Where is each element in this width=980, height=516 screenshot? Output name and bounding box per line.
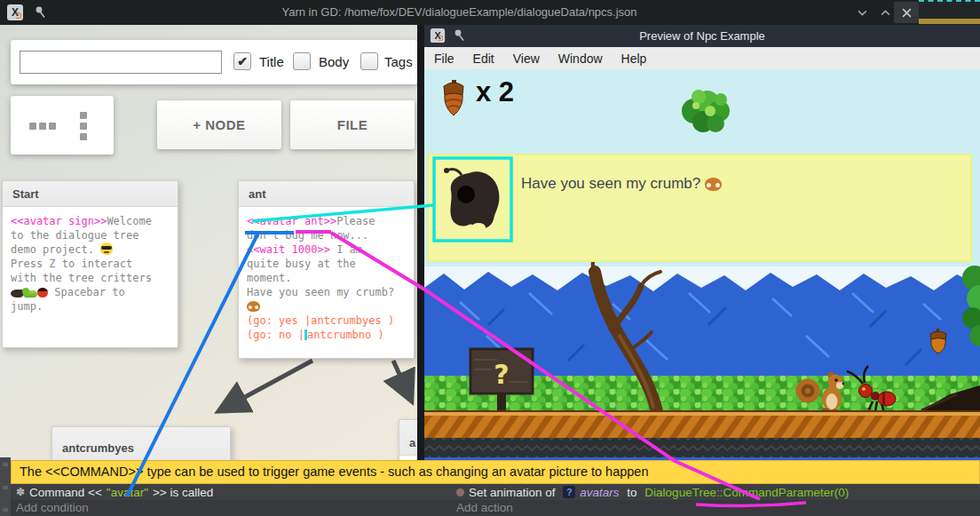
action-expression: DialogueTree::CommandParameter(0) bbox=[644, 486, 849, 499]
action-text: to bbox=[624, 486, 641, 499]
close-button[interactable] bbox=[894, 2, 919, 23]
rock-band bbox=[424, 438, 980, 457]
layout-toggle-card[interactable] bbox=[11, 96, 114, 155]
add-action[interactable]: Add action bbox=[451, 500, 980, 516]
add-node-button[interactable]: + NODE bbox=[157, 100, 281, 149]
ant-emoji bbox=[11, 290, 23, 298]
goto-option-no: (go: no | bbox=[247, 329, 304, 341]
dialogue-box: Have you seen my crumb? bbox=[427, 154, 972, 262]
condition-text: >> is called bbox=[153, 486, 213, 499]
node-text: Press Z to interact with the tree critte… bbox=[11, 258, 152, 284]
hud-acorn-icon bbox=[441, 80, 466, 117]
dialogue-text: Have you seen my crumb? bbox=[521, 175, 722, 193]
caterpillar-emoji bbox=[23, 290, 37, 298]
checkbox-tags-label: Tags bbox=[384, 54, 413, 69]
bush-sprite bbox=[676, 84, 735, 136]
goto-option-yes: (go: yes |antcrumbyes ) bbox=[247, 314, 394, 327]
search-input[interactable] bbox=[20, 51, 222, 74]
missing-object-icon: ? bbox=[563, 486, 575, 498]
action-row[interactable]: Set animation of ?avatars to DialogueTre… bbox=[451, 484, 980, 500]
node-antcrumbno-title[interactable]: a bbox=[399, 420, 417, 456]
node-start[interactable]: Start <<avatar sign>>Welcome to the dial… bbox=[2, 180, 178, 348]
checkbox-body[interactable] bbox=[293, 52, 311, 70]
menu-window[interactable]: Window bbox=[558, 52, 603, 66]
preview-title: Preview of Npc Example bbox=[424, 25, 980, 47]
menu-help[interactable]: Help bbox=[621, 52, 647, 66]
action-text: Set animation of bbox=[469, 486, 558, 499]
yarn-editor-canvas[interactable]: Title Body Tags + NODE FILE bbox=[0, 25, 417, 516]
yarn-command: <<avatar sign>> bbox=[11, 215, 107, 227]
main-window-titlebar: Yarn in GD: /home/fox/DEV/dialogueExampl… bbox=[0, 0, 980, 25]
checkbox-body-label: Body bbox=[319, 54, 349, 69]
arrow-ant-to-antcrumbno bbox=[393, 361, 410, 398]
action-object: avatars bbox=[580, 486, 619, 499]
yarn-command: <<avatar ant>> bbox=[247, 215, 336, 227]
ladybug-emoji bbox=[37, 288, 48, 298]
ground-dirt bbox=[424, 416, 980, 438]
node-start-body[interactable]: <<avatar sign>>Welcome to the dialogue t… bbox=[3, 207, 178, 321]
condition-text: Command << bbox=[29, 486, 102, 499]
node-ant-title[interactable]: ant bbox=[239, 181, 414, 207]
ground-edge bbox=[424, 410, 980, 412]
menu-view[interactable]: View bbox=[513, 52, 540, 66]
action-panel: Set animation of ?avatars to DialogueTre… bbox=[451, 484, 980, 516]
condition-icon: ✽ bbox=[16, 486, 25, 498]
condition-panel: ✽Command <<"avatar">> is called Add cond… bbox=[11, 484, 451, 516]
checkbox-tags[interactable] bbox=[360, 52, 378, 70]
preview-titlebar: Preview of Npc Example bbox=[424, 25, 980, 47]
condition-row[interactable]: ✽Command <<"avatar">> is called bbox=[11, 484, 451, 500]
node-ant-body[interactable]: <<avatar ant>>Please don't bug me now...… bbox=[239, 207, 414, 349]
game-viewport[interactable]: ? bbox=[424, 69, 980, 516]
ant-avatar bbox=[442, 164, 506, 235]
sunglasses-face-emoji bbox=[100, 242, 113, 255]
node-ant[interactable]: ant <<avatar ant>>Please don't bug me no… bbox=[238, 180, 415, 359]
background-window-sliver bbox=[919, 0, 980, 25]
menu-file[interactable]: File bbox=[434, 52, 454, 66]
maximize-button[interactable] bbox=[875, 2, 895, 23]
menu-edit[interactable]: Edit bbox=[473, 52, 494, 66]
file-button[interactable]: FILE bbox=[290, 100, 415, 149]
checkbox-title[interactable] bbox=[233, 52, 251, 70]
search-panel: Title Body Tags bbox=[11, 40, 417, 84]
preview-window: Preview of Npc Example File Edit View Wi… bbox=[417, 25, 980, 516]
add-condition[interactable]: Add condition bbox=[11, 500, 451, 516]
sign-question-mark: ? bbox=[494, 359, 509, 390]
arrow-ant-to-antcrumbyes bbox=[222, 361, 312, 409]
goto-option-no-target: antcrumbno ) bbox=[307, 329, 384, 341]
node-start-title[interactable]: Start bbox=[3, 181, 178, 207]
minimize-button[interactable] bbox=[852, 2, 872, 23]
pretzel-emoji bbox=[247, 301, 260, 312]
events-sheet-gutter bbox=[0, 457, 11, 516]
hud-item-count: x 2 bbox=[476, 76, 514, 108]
ground-highlight bbox=[424, 412, 980, 416]
yarn-command: <<wait 1000>> bbox=[247, 243, 330, 256]
screen: Yarn in GD: /home/fox/DEV/dialogueExampl… bbox=[0, 0, 980, 516]
window-title: Yarn in GD: /home/fox/DEV/dialogueExampl… bbox=[0, 0, 919, 25]
checkbox-title-label: Title bbox=[259, 54, 284, 69]
tip-banner: The <<COMMAND>> type can be used to trig… bbox=[11, 460, 980, 484]
dialogue-line: Have you seen my crumb? bbox=[521, 175, 705, 192]
condition-param: "avatar" bbox=[107, 486, 148, 499]
action-icon bbox=[456, 488, 464, 496]
node-antcrumbyes-title[interactable]: antcrumbyes bbox=[52, 427, 230, 463]
preview-menubar: File Edit View Window Help bbox=[424, 47, 980, 69]
pretzel-emoji bbox=[705, 178, 722, 191]
